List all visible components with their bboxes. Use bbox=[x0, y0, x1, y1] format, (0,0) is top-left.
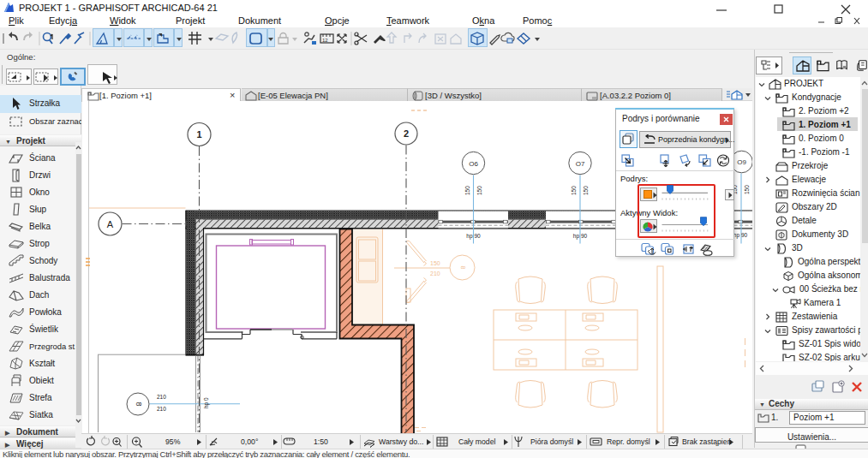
svg-text:8: 8 bbox=[135, 401, 143, 406]
svg-text:150: 150 bbox=[464, 186, 470, 195]
svg-text:150: 150 bbox=[430, 260, 440, 266]
svg-text:210: 210 bbox=[157, 394, 166, 400]
svg-text:210: 210 bbox=[157, 406, 166, 412]
svg-text:O9: O9 bbox=[737, 158, 746, 166]
svg-text:2: 2 bbox=[404, 128, 409, 139]
svg-text:1: 1 bbox=[196, 129, 201, 140]
svg-text:8: 8 bbox=[460, 266, 466, 270]
svg-text:150: 150 bbox=[571, 186, 577, 195]
svg-text:210: 210 bbox=[430, 271, 440, 277]
svg-text:O6: O6 bbox=[469, 160, 478, 168]
svg-text:hp 0: hp 0 bbox=[203, 397, 210, 408]
svg-text:O7: O7 bbox=[576, 160, 585, 168]
svg-text:A: A bbox=[107, 219, 114, 229]
svg-text:hp 90: hp 90 bbox=[466, 233, 481, 240]
svg-text:150: 150 bbox=[583, 186, 589, 195]
svg-text:hp 90: hp 90 bbox=[573, 233, 588, 240]
svg-text:150: 150 bbox=[476, 186, 482, 195]
svg-text:150: 150 bbox=[744, 185, 750, 194]
svg-text:hp 90: hp 90 bbox=[733, 232, 748, 239]
svg-text:12: 12 bbox=[322, 38, 328, 43]
